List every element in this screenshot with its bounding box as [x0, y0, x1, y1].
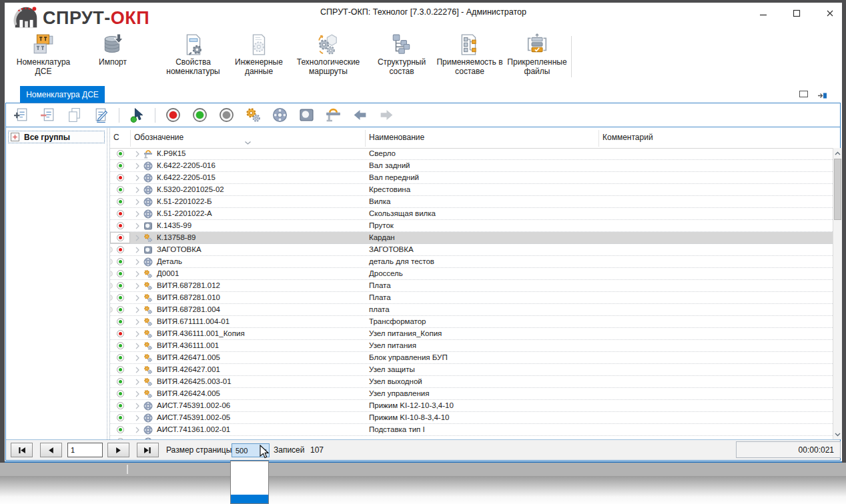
column-header-name[interactable]: Наименование	[369, 133, 424, 142]
navigate-back-button[interactable]	[351, 106, 369, 124]
tab-nomenclature-dse[interactable]: Номенклатура ДСЕ	[20, 86, 105, 103]
Плата[interactable]: ВИТЯ.687281.010 Плата	[110, 292, 833, 304]
maximize-button[interactable]	[790, 7, 803, 20]
first-page-button[interactable]	[11, 443, 33, 457]
ribbon-structural-composition[interactable]: Структурный состав	[367, 32, 436, 76]
expand-chevron-icon[interactable]	[135, 175, 139, 181]
expand-chevron-icon[interactable]	[135, 163, 139, 169]
scroll-up-icon[interactable]	[833, 149, 842, 157]
tree-root-all-groups[interactable]: Все группы	[8, 131, 105, 143]
navigate-forward-button[interactable]	[378, 106, 396, 124]
status-green-filter-button[interactable]	[191, 106, 209, 124]
previous-page-button[interactable]	[40, 443, 62, 457]
Кардан[interactable]: К.13758-89 Кардан	[110, 232, 833, 244]
page-size-option[interactable]	[231, 470, 268, 479]
pin-icon[interactable]	[817, 90, 827, 102]
expand-chevron-icon[interactable]	[135, 415, 139, 421]
Подставка тип I[interactable]: АИСТ.741361.002-01 Подставка тип I	[110, 424, 833, 436]
column-header-comment[interactable]: Комментарий	[602, 133, 653, 142]
expand-chevron-icon[interactable]	[135, 283, 139, 289]
minimize-button[interactable]	[757, 7, 770, 20]
expand-chevron-icon[interactable]	[135, 391, 139, 397]
expand-chevron-icon[interactable]	[135, 271, 139, 277]
Прижим KI-12-10-3,4-10[interactable]: АИСТ.745391.002-06 Прижим KI-12-10-3,4-1…	[110, 400, 833, 412]
expand-chevron-icon[interactable]	[135, 307, 139, 313]
Пруток[interactable]: К.1435-99 Пруток	[110, 220, 833, 232]
expand-chevron-icon[interactable]	[135, 379, 139, 385]
ribbon-engineering-data[interactable]: Инженерные данные	[228, 32, 290, 76]
name-cell: плата	[369, 304, 390, 315]
Узел питания[interactable]: ВИТЯ.436111.001 Узел питания	[110, 340, 833, 352]
expand-chevron-icon[interactable]	[135, 223, 139, 229]
row-gears-icon	[143, 269, 153, 279]
page-size-option[interactable]	[231, 461, 268, 470]
expand-plus-icon[interactable]	[11, 133, 19, 141]
delete-record-button[interactable]	[39, 106, 57, 124]
плата[interactable]: ВИТЯ.687281.004 плата	[110, 304, 833, 316]
ribbon-import[interactable]: Импорт	[79, 32, 146, 67]
last-page-button[interactable]	[137, 443, 159, 457]
Дроссель[interactable]: Д0001 Дроссель	[110, 268, 833, 280]
page-size-option[interactable]	[231, 478, 268, 487]
edit-record-button[interactable]	[92, 106, 110, 124]
copy-record-button[interactable]	[65, 106, 83, 124]
Скользящая вилка[interactable]: К.51-2201022-А Скользящая вилка	[110, 208, 833, 220]
деталь для тестов[interactable]: Деталь деталь для тестов	[110, 256, 833, 268]
details-filter-button[interactable]	[271, 106, 289, 124]
Прижим KI-10-8-3,4-10[interactable]: АИСТ.745391.002-05 Прижим KI-10-8-3,4-10	[110, 412, 833, 424]
Трансформатор[interactable]: ВИТЯ.671111.004-01 Трансформатор	[110, 316, 833, 328]
assembly-units-filter-button[interactable]	[244, 106, 262, 124]
expand-chevron-icon[interactable]	[135, 247, 139, 253]
ribbon-button-label: Импорт	[99, 58, 127, 67]
expand-chevron-icon[interactable]	[135, 343, 139, 349]
tools-filter-button[interactable]	[324, 106, 342, 124]
Вилка[interactable]: К.51-2201022-Б Вилка	[110, 196, 833, 208]
ribbon-nomenclature-dse[interactable]: Номенклатура ДСЕ	[7, 32, 79, 76]
expand-chevron-icon[interactable]	[135, 355, 139, 361]
Узел защиты[interactable]: ВИТЯ.426427.001 Узел защиты	[110, 364, 833, 376]
add-record-button[interactable]	[12, 106, 30, 124]
float-window-icon[interactable]	[799, 91, 808, 97]
page-size-option[interactable]	[231, 487, 268, 495]
expand-chevron-icon[interactable]	[135, 187, 139, 193]
status-red-filter-button[interactable]	[164, 106, 182, 124]
expand-chevron-icon[interactable]	[135, 199, 139, 205]
expand-chevron-icon[interactable]	[135, 151, 139, 157]
expand-chevron-icon[interactable]	[135, 367, 139, 373]
expand-chevron-icon[interactable]	[135, 235, 139, 241]
close-button[interactable]	[823, 7, 837, 20]
column-header-status[interactable]: С	[113, 133, 119, 142]
expand-chevron-icon[interactable]	[135, 403, 139, 409]
Плата[interactable]: ВИТЯ.687281.012 Плата	[110, 280, 833, 292]
page-size-option[interactable]	[231, 495, 268, 503]
Узел выходной[interactable]: ВИТЯ.426425.003-01 Узел выходной	[110, 376, 833, 388]
ЗАГОТОВКА[interactable]: ЗАГОТОВКА ЗАГОТОВКА	[110, 244, 833, 256]
column-header-designation[interactable]: Обозначение	[134, 133, 183, 142]
scroll-down-icon[interactable]	[833, 430, 842, 439]
page-number-input[interactable]	[67, 443, 103, 457]
expand-chevron-icon[interactable]	[135, 295, 139, 301]
Вал задний[interactable]: К.6422-2205-016 Вал задний	[110, 160, 833, 172]
Крестовина[interactable]: К.5320-2201025-02 Крестовина	[110, 184, 833, 196]
next-page-button[interactable]	[107, 443, 129, 457]
ribbon-usage-in-composition[interactable]: Применяемость в составе	[436, 32, 503, 76]
Блок управления БУП[interactable]: ВИТЯ.426471.005 Блок управления БУП	[110, 352, 833, 364]
scroll-thumb[interactable]	[834, 159, 841, 220]
row-flange-icon	[143, 413, 153, 423]
Узел управления[interactable]: ВИТЯ.426424.005 Узел управления	[110, 388, 833, 400]
select-mode-button[interactable]	[128, 106, 146, 124]
expand-chevron-icon[interactable]	[135, 427, 139, 433]
vertical-scrollbar[interactable]	[833, 148, 842, 439]
expand-chevron-icon[interactable]	[135, 211, 139, 217]
expand-chevron-icon[interactable]	[135, 319, 139, 325]
ribbon-properties[interactable]: Свойства номенклатуры	[158, 32, 228, 76]
ribbon-attached-files[interactable]: Прикрепленные файлы	[503, 32, 571, 76]
expand-chevron-icon[interactable]	[135, 331, 139, 337]
ribbon-tech-routes[interactable]: Технологические маршруты	[290, 32, 367, 76]
Сверло[interactable]: К.Р9К15 Сверло	[110, 148, 833, 160]
blanks-filter-button[interactable]	[298, 106, 316, 124]
status-gray-filter-button[interactable]	[218, 106, 236, 124]
expand-chevron-icon[interactable]	[135, 259, 139, 265]
Вал передний[interactable]: К.6422-2205-015 Вал передний	[110, 172, 833, 184]
Узел питания_Копия[interactable]: ВИТЯ.436111.001_Копия Узел питания_Копия	[110, 328, 833, 340]
